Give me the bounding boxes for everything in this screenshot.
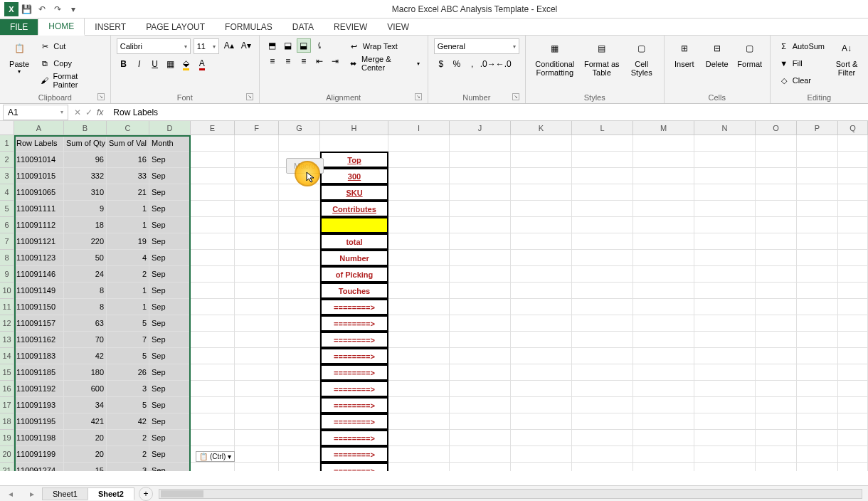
cell-A7[interactable]: 110091121	[14, 233, 64, 250]
row-header-1[interactable]: 1	[0, 135, 14, 152]
cell-K4[interactable]	[511, 184, 572, 201]
cell-P11[interactable]	[797, 299, 838, 315]
tab-insert[interactable]: INSERT	[85, 19, 136, 35]
cell-I18[interactable]	[388, 413, 450, 430]
cell-A5[interactable]: 110091111	[14, 201, 64, 217]
row-header-4[interactable]: 4	[0, 184, 14, 201]
cell-B4[interactable]: 310	[64, 184, 107, 201]
cell-O5[interactable]	[756, 201, 797, 217]
cell-I5[interactable]	[388, 201, 450, 217]
cell-I20[interactable]	[388, 446, 450, 463]
worksheet-grid[interactable]: ABCDEFGHIJKLMNOPQ 1234567891011121314151…	[0, 121, 868, 471]
cell-J7[interactable]	[450, 233, 511, 250]
cell-I17[interactable]	[388, 397, 450, 413]
cell-B2[interactable]: 96	[64, 152, 107, 168]
cell-D15[interactable]: Sep	[149, 364, 191, 381]
cell-L5[interactable]	[572, 201, 633, 217]
cell-B6[interactable]: 18	[64, 217, 107, 233]
tab-home[interactable]: HOME	[38, 18, 85, 36]
cell-P7[interactable]	[797, 233, 838, 250]
cell-K18[interactable]	[511, 413, 572, 430]
cell-L16[interactable]	[572, 381, 633, 397]
cell-Q6[interactable]	[838, 217, 868, 233]
cell-J20[interactable]	[450, 446, 511, 463]
cell-A3[interactable]: 110091015	[14, 168, 64, 184]
tab-view[interactable]: VIEW	[377, 19, 419, 35]
cell-L21[interactable]	[572, 463, 633, 471]
cell-Q12[interactable]	[838, 315, 868, 332]
cell-M15[interactable]	[633, 364, 694, 381]
cell-O7[interactable]	[756, 233, 797, 250]
cell-C9[interactable]: 2	[107, 266, 149, 283]
autosum-button[interactable]: ΣAutoSum	[776, 38, 827, 54]
ctrl-paste-options[interactable]: 📋(Ctrl) ▾	[196, 451, 235, 462]
cell-D14[interactable]: Sep	[149, 348, 191, 364]
cell-A10[interactable]: 110091149	[14, 283, 64, 299]
scrollbar-thumb[interactable]	[161, 490, 203, 497]
cell-A19[interactable]: 110091198	[14, 430, 64, 446]
qat-save-button[interactable]: 💾	[18, 1, 34, 17]
cell-N2[interactable]	[694, 152, 756, 168]
copy-button[interactable]: ⧉Copy	[37, 56, 104, 71]
tab-data[interactable]: DATA	[282, 19, 324, 35]
cell-K3[interactable]	[511, 168, 572, 184]
macro-button-shape[interactable]: Macro	[286, 158, 324, 174]
cell-I9[interactable]	[388, 266, 450, 283]
cell-O16[interactable]	[756, 381, 797, 397]
cell-H13[interactable]: ========>	[320, 332, 388, 348]
format-table-button[interactable]: ▤Format as Table	[583, 38, 621, 77]
qat-undo-button[interactable]: ↶	[34, 1, 50, 17]
cell-J2[interactable]	[450, 152, 511, 168]
clear-button[interactable]: ◇Clear	[776, 73, 827, 88]
cell-H21[interactable]: ========>	[320, 463, 388, 471]
font-size-combo[interactable]: 11▾	[194, 38, 219, 54]
tab-formulas[interactable]: FORMULAS	[215, 19, 282, 35]
format-cells-button[interactable]: ▢Format	[736, 38, 764, 68]
cell-M5[interactable]	[633, 201, 694, 217]
cell-N21[interactable]	[694, 463, 756, 471]
cell-N15[interactable]	[694, 364, 756, 381]
cell-D18[interactable]: Sep	[149, 413, 191, 430]
cell-C3[interactable]: 33	[107, 168, 149, 184]
cell-Q11[interactable]	[838, 299, 868, 315]
cell-B14[interactable]: 42	[64, 348, 107, 364]
cell-M1[interactable]	[633, 135, 694, 152]
cell-P14[interactable]	[797, 348, 838, 364]
cell-B11[interactable]: 8	[64, 299, 107, 315]
cell-I10[interactable]	[388, 283, 450, 299]
row-header-8[interactable]: 8	[0, 250, 14, 266]
name-box[interactable]: A1▾	[3, 105, 68, 120]
cell-P16[interactable]	[797, 381, 838, 397]
cell-E7[interactable]	[191, 233, 235, 250]
cell-L3[interactable]	[572, 168, 633, 184]
row-header-3[interactable]: 3	[0, 168, 14, 184]
cell-C2[interactable]: 16	[107, 152, 149, 168]
col-header-G[interactable]: G	[279, 121, 320, 135]
cell-N4[interactable]	[694, 184, 756, 201]
cell-J9[interactable]	[450, 266, 511, 283]
cell-J13[interactable]	[450, 332, 511, 348]
cell-O21[interactable]	[756, 463, 797, 471]
cell-H10[interactable]: Touches	[320, 283, 388, 299]
tab-review[interactable]: REVIEW	[324, 19, 377, 35]
cell-K17[interactable]	[511, 397, 572, 413]
cell-B1[interactable]: Sum of Qty	[64, 135, 107, 152]
cell-C1[interactable]: Sum of Val	[107, 135, 149, 152]
cell-N17[interactable]	[694, 397, 756, 413]
cell-C21[interactable]: 3	[107, 463, 149, 471]
cell-N10[interactable]	[694, 283, 756, 299]
cell-F14[interactable]	[235, 348, 279, 364]
delete-cells-button[interactable]: ⊟Delete	[703, 38, 731, 68]
cell-N6[interactable]	[694, 217, 756, 233]
cell-Q20[interactable]	[838, 446, 868, 463]
cell-J21[interactable]	[450, 463, 511, 471]
cell-E15[interactable]	[191, 364, 235, 381]
cell-D11[interactable]: Sep	[149, 299, 191, 315]
cell-M13[interactable]	[633, 332, 694, 348]
cell-C16[interactable]: 3	[107, 381, 149, 397]
cell-F17[interactable]	[235, 397, 279, 413]
cell-B20[interactable]: 20	[64, 446, 107, 463]
fill-color-button[interactable]: ⬙	[179, 57, 194, 71]
cell-K6[interactable]	[511, 217, 572, 233]
cell-N18[interactable]	[694, 413, 756, 430]
